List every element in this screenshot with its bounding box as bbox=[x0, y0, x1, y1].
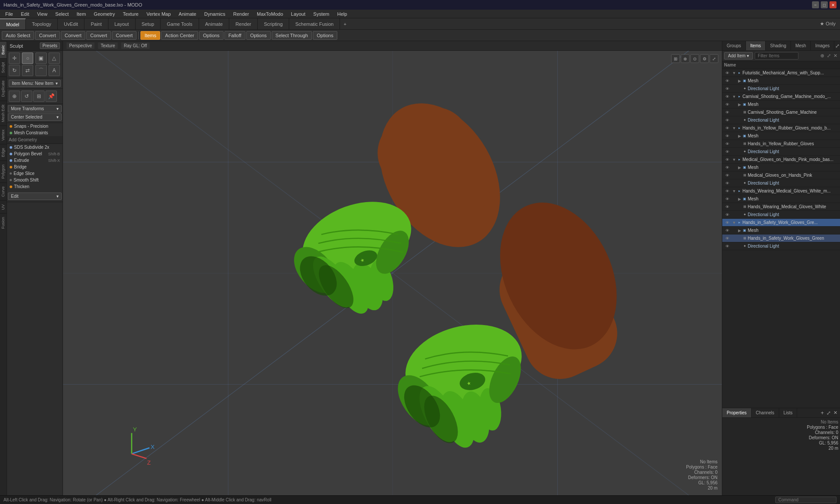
top-tab-uvedit[interactable]: UvEdit bbox=[58, 18, 84, 29]
close-button[interactable]: ✕ bbox=[830, 1, 836, 8]
maximize-button[interactable]: □ bbox=[821, 1, 828, 8]
menu-item-dynamics[interactable]: Dynamics bbox=[201, 10, 229, 18]
viewport[interactable]: Perspective Texture Ray GL: Off bbox=[63, 41, 722, 495]
right-tab-images[interactable]: Images bbox=[811, 41, 834, 50]
transform-move[interactable]: ⊕ bbox=[9, 91, 20, 102]
strip-tab-sculpt[interactable]: Sculpt bbox=[0, 58, 7, 77]
vp-settings-btn[interactable]: ⚙ bbox=[700, 54, 709, 63]
menu-item-animate[interactable]: Animate bbox=[175, 10, 200, 18]
vis-icon-5[interactable]: 👁 bbox=[724, 109, 730, 116]
bridge-item[interactable]: Bridge bbox=[7, 164, 63, 170]
tree-item-20[interactable]: 👁 ▶ ▣ Mesh bbox=[722, 227, 840, 234]
toolbar-btn-11[interactable]: Options bbox=[313, 31, 337, 40]
panel-icon-3[interactable]: ✕ bbox=[833, 52, 838, 60]
polygon-bevel-item[interactable]: Polygon Bevel Shift-B bbox=[7, 150, 63, 157]
props-tab-properties[interactable]: Properties bbox=[722, 408, 752, 417]
menu-item-item[interactable]: Item bbox=[73, 10, 89, 18]
top-tab-paint[interactable]: Paint bbox=[84, 18, 108, 29]
tree-item-2[interactable]: 👁 ✦ Directional Light bbox=[722, 85, 840, 93]
tool-circle[interactable]: ○ bbox=[22, 52, 33, 64]
expand-15[interactable]: ▼ bbox=[732, 189, 736, 193]
menu-item-layout[interactable]: Layout bbox=[287, 10, 309, 18]
tree-item-7[interactable]: 👁 ▼ ▸ Hands_in_Yellow_Rubber_Gloves_modo… bbox=[722, 124, 840, 132]
vis-icon-18[interactable]: 👁 bbox=[724, 212, 730, 218]
tool-triangle[interactable]: △ bbox=[49, 52, 60, 64]
transform-rotate[interactable]: ↺ bbox=[21, 91, 32, 102]
top-tab-model[interactable]: Model bbox=[0, 18, 26, 29]
expand-7[interactable]: ▼ bbox=[732, 126, 736, 130]
command-input[interactable] bbox=[775, 497, 836, 503]
strip-tab-polygon[interactable]: Polygon bbox=[0, 161, 7, 182]
vis-icon-4[interactable]: 👁 bbox=[724, 102, 730, 108]
viewport-content[interactable]: ★ bbox=[63, 51, 722, 495]
tree-item-19[interactable]: 👁 ▼ ▸ Hands_in_Safety_Work_Gloves_Gre... bbox=[722, 219, 840, 227]
vis-icon-22[interactable]: 👁 bbox=[724, 243, 730, 249]
edit-dropdown[interactable]: Edit ▾ bbox=[8, 192, 62, 200]
tool-arch[interactable]: ⌒ bbox=[35, 65, 47, 76]
expand-20[interactable]: ▶ bbox=[737, 228, 742, 233]
item-menu-button[interactable]: Item Menu: New Item ▾ bbox=[9, 80, 61, 87]
vis-icon-16[interactable]: 👁 bbox=[724, 196, 730, 202]
tree-item-1[interactable]: 👁 ▶ ▣ Mesh bbox=[722, 77, 840, 85]
right-tab-expand[interactable]: ⤢ bbox=[834, 42, 840, 50]
menu-item-geometry[interactable]: Geometry bbox=[90, 10, 118, 18]
tree-item-14[interactable]: 👁 ✦ Directional Light bbox=[722, 179, 840, 187]
expand-16[interactable]: ▶ bbox=[737, 197, 742, 201]
raygl-tab[interactable]: Ray GL: Off bbox=[121, 42, 150, 49]
props-tab-close[interactable]: ✕ bbox=[833, 409, 838, 416]
tree-item-18[interactable]: 👁 ✦ Directional Light bbox=[722, 211, 840, 219]
vis-icon-9[interactable]: 👁 bbox=[724, 141, 730, 147]
top-tab-game-tools[interactable]: Game Tools bbox=[161, 18, 199, 29]
toolbar-btn-4[interactable]: Convert bbox=[112, 31, 137, 40]
expand-11[interactable]: ▼ bbox=[732, 158, 736, 162]
vis-icon-19[interactable]: 👁 bbox=[724, 220, 730, 226]
toolbar-btn-10[interactable]: Select Through bbox=[272, 31, 312, 40]
tool-text[interactable]: A bbox=[49, 65, 60, 76]
tool-move[interactable]: ✛ bbox=[9, 52, 20, 64]
strip-tab-duplicate[interactable]: Duplicate bbox=[0, 77, 7, 101]
thicken-item[interactable]: Thicken bbox=[7, 183, 63, 190]
props-tab-channels[interactable]: Channels bbox=[752, 408, 779, 417]
transform-scale[interactable]: ⊞ bbox=[33, 91, 45, 102]
top-tab-add[interactable]: + bbox=[340, 20, 350, 28]
vis-icon-7[interactable]: 👁 bbox=[724, 125, 730, 131]
vis-icon-11[interactable]: 👁 bbox=[724, 157, 730, 163]
top-tab-topology[interactable]: Topology bbox=[26, 18, 58, 29]
top-tab-animate[interactable]: Animate bbox=[199, 18, 229, 29]
tree-item-9[interactable]: 👁 ⊞ Hands_in_Yellow_Rubber_Gloves bbox=[722, 140, 840, 148]
filter-items-input[interactable] bbox=[755, 52, 798, 60]
snaps-precision-item[interactable]: Snaps - Precision bbox=[7, 123, 63, 130]
transform-pin[interactable]: 📌 bbox=[46, 91, 57, 102]
menu-item-file[interactable]: File bbox=[2, 10, 17, 18]
presets-button[interactable]: Presets bbox=[40, 42, 60, 49]
props-tab-add[interactable]: + bbox=[820, 409, 825, 417]
tree-item-0[interactable]: 👁 ▼ ▸ Futuristic_Mechanical_Arms_with_Su… bbox=[722, 69, 840, 77]
top-tab-render[interactable]: Render bbox=[229, 18, 258, 29]
menu-item-render[interactable]: Render bbox=[230, 10, 252, 18]
right-tab-mesh[interactable]: Mesh bbox=[791, 41, 811, 50]
expand-19[interactable]: ▼ bbox=[732, 220, 736, 225]
vp-center-btn[interactable]: ⊕ bbox=[681, 54, 690, 63]
right-tab-items[interactable]: Items bbox=[746, 41, 766, 50]
perspective-tab[interactable]: Perspective bbox=[66, 42, 94, 49]
vis-icon-3[interactable]: 👁 bbox=[724, 94, 730, 100]
strip-tab-basic[interactable]: Basic bbox=[0, 41, 7, 58]
toolbar-btn-2[interactable]: Convert bbox=[61, 31, 86, 40]
menu-item-view[interactable]: View bbox=[34, 10, 51, 18]
vis-icon-17[interactable]: 👁 bbox=[724, 204, 730, 210]
top-tab-extra[interactable]: ★ Only bbox=[816, 19, 840, 28]
tree-item-13[interactable]: 👁 ⊞ Medical_Gloves_on_Hands_Pink bbox=[722, 172, 840, 179]
toolbar-btn-8[interactable]: Falloff bbox=[224, 31, 245, 40]
strip-tab-vertex[interactable]: Vertex bbox=[0, 126, 7, 144]
vis-icon-0[interactable]: 👁 bbox=[724, 70, 730, 76]
vis-icon-6[interactable]: 👁 bbox=[724, 117, 730, 123]
tree-item-15[interactable]: 👁 ▼ ▸ Hands_Wearing_Medical_Gloves_White… bbox=[722, 187, 840, 195]
vis-icon-21[interactable]: 👁 bbox=[724, 235, 730, 242]
toolbar-btn-5[interactable]: Items bbox=[140, 31, 160, 40]
expand-4[interactable]: ▶ bbox=[737, 102, 742, 107]
toolbar-btn-1[interactable]: Convert bbox=[35, 31, 60, 40]
tree-item-21[interactable]: 👁 ⊞ Hands_in_Safety_Work_Gloves_Green bbox=[722, 234, 840, 242]
expand-8[interactable]: ▶ bbox=[737, 134, 742, 138]
tree-item-6[interactable]: 👁 ✦ Directional Light bbox=[722, 116, 840, 124]
panel-icon-2[interactable]: ⤢ bbox=[826, 52, 832, 60]
